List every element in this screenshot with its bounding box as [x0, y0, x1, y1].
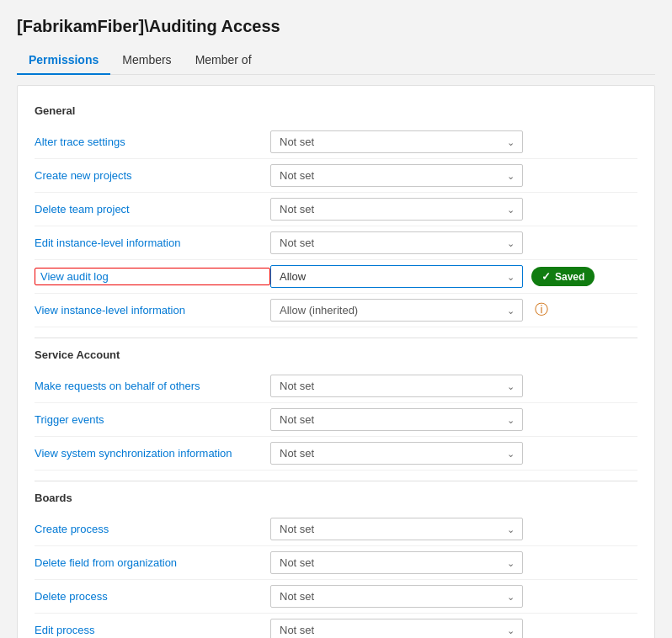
- permission-row: Edit instance-level informationNot setAl…: [35, 226, 637, 260]
- permission-label-delete-process[interactable]: Delete process: [35, 590, 270, 603]
- permission-select-view-audit-log[interactable]: Not setAllowDenyAllow (inherited): [270, 265, 523, 288]
- permission-select-delete-team-project[interactable]: Not setAllowDenyAllow (inherited): [270, 198, 523, 221]
- permission-row: Delete field from organizationNot setAll…: [35, 546, 637, 580]
- permission-label-view-sync-info[interactable]: View system synchronization information: [35, 447, 270, 460]
- page-wrapper: [FabrikamFiber]\Auditing Access Permissi…: [0, 0, 672, 638]
- page-title: [FabrikamFiber]\Auditing Access: [17, 17, 655, 36]
- select-wrapper-create-process: Not setAllowDenyAllow (inherited)⌄: [270, 518, 523, 540]
- permission-row: View system synchronization informationN…: [35, 437, 637, 471]
- tab-permissions[interactable]: Permissions: [17, 46, 110, 75]
- select-wrapper-edit-process: Not setAllowDenyAllow (inherited)⌄: [270, 619, 523, 638]
- permission-label-delete-field-org[interactable]: Delete field from organization: [35, 556, 270, 569]
- select-wrapper-alter-trace: Not setAllowDenyAllow (inherited)⌄: [270, 130, 523, 153]
- permissions-content: GeneralAlter trace settingsNot setAllowD…: [17, 85, 655, 638]
- permission-row: Delete team projectNot setAllowDenyAllow…: [35, 193, 637, 226]
- tab-members[interactable]: Members: [110, 46, 183, 75]
- permission-row: View instance-level informationNot setAl…: [35, 294, 637, 327]
- select-wrapper-view-instance-level: Not setAllowDenyAllow (inherited)⌄: [270, 299, 523, 322]
- permission-select-create-process[interactable]: Not setAllowDenyAllow (inherited): [270, 518, 523, 540]
- permission-row: View audit logNot setAllowDenyAllow (inh…: [35, 260, 637, 294]
- saved-badge: ✓Saved: [531, 267, 595, 286]
- permission-row: Create new projectsNot setAllowDenyAllow…: [35, 159, 637, 193]
- select-wrapper-delete-team-project: Not setAllowDenyAllow (inherited)⌄: [270, 198, 523, 221]
- select-wrapper-delete-field-org: Not setAllowDenyAllow (inherited)⌄: [270, 551, 523, 574]
- section-title-general: General: [35, 104, 637, 117]
- permission-label-create-process[interactable]: Create process: [35, 523, 270, 535]
- permission-label-make-requests[interactable]: Make requests on behalf of others: [35, 380, 270, 392]
- permission-select-delete-process[interactable]: Not setAllowDenyAllow (inherited): [270, 585, 523, 608]
- permission-label-view-audit-log[interactable]: View audit log: [35, 268, 270, 285]
- permission-row: Trigger eventsNot setAllowDenyAllow (inh…: [35, 403, 637, 437]
- tab-bar: Permissions Members Member of: [17, 46, 655, 75]
- permission-label-trigger-events[interactable]: Trigger events: [35, 413, 270, 426]
- permission-select-edit-instance-level[interactable]: Not setAllowDenyAllow (inherited): [270, 231, 523, 254]
- permission-select-make-requests[interactable]: Not setAllowDenyAllow (inherited): [270, 375, 523, 397]
- permission-label-view-instance-level[interactable]: View instance-level information: [35, 304, 270, 316]
- select-wrapper-view-sync-info: Not setAllowDenyAllow (inherited)⌄: [270, 442, 523, 465]
- section-divider: [35, 338, 637, 338]
- permission-label-create-new-projects[interactable]: Create new projects: [35, 169, 270, 182]
- select-wrapper-edit-instance-level: Not setAllowDenyAllow (inherited)⌄: [270, 231, 523, 254]
- section-divider: [35, 481, 637, 481]
- permission-label-delete-team-project[interactable]: Delete team project: [35, 203, 270, 215]
- permission-row: Delete processNot setAllowDenyAllow (inh…: [35, 580, 637, 614]
- section-title-service-account: Service Account: [35, 348, 637, 361]
- permission-select-create-new-projects[interactable]: Not setAllowDenyAllow (inherited): [270, 164, 523, 187]
- permission-select-view-sync-info[interactable]: Not setAllowDenyAllow (inherited): [270, 442, 523, 465]
- select-wrapper-trigger-events: Not setAllowDenyAllow (inherited)⌄: [270, 408, 523, 431]
- row-extras-view-audit-log: ✓Saved: [531, 267, 595, 286]
- permission-row: Create processNot setAllowDenyAllow (inh…: [35, 513, 637, 546]
- saved-label: Saved: [555, 271, 584, 283]
- permission-row: Make requests on behalf of othersNot set…: [35, 370, 637, 403]
- permission-row: Edit processNot setAllowDenyAllow (inher…: [35, 614, 637, 638]
- permission-select-view-instance-level[interactable]: Not setAllowDenyAllow (inherited): [270, 299, 523, 322]
- permission-label-edit-instance-level[interactable]: Edit instance-level information: [35, 237, 270, 249]
- permission-select-trigger-events[interactable]: Not setAllowDenyAllow (inherited): [270, 408, 523, 431]
- permission-row: Alter trace settingsNot setAllowDenyAllo…: [35, 125, 637, 159]
- row-extras-view-instance-level: ⓘ: [531, 301, 548, 319]
- info-icon[interactable]: ⓘ: [535, 301, 548, 319]
- permission-select-edit-process[interactable]: Not setAllowDenyAllow (inherited): [270, 619, 523, 638]
- select-wrapper-make-requests: Not setAllowDenyAllow (inherited)⌄: [270, 375, 523, 397]
- section-title-boards: Boards: [35, 492, 637, 504]
- check-icon: ✓: [541, 270, 551, 283]
- select-wrapper-create-new-projects: Not setAllowDenyAllow (inherited)⌄: [270, 164, 523, 187]
- permission-select-delete-field-org[interactable]: Not setAllowDenyAllow (inherited): [270, 551, 523, 574]
- tab-memberof[interactable]: Member of: [184, 46, 264, 75]
- permission-label-edit-process[interactable]: Edit process: [35, 624, 270, 636]
- permission-select-alter-trace[interactable]: Not setAllowDenyAllow (inherited): [270, 130, 523, 153]
- select-wrapper-delete-process: Not setAllowDenyAllow (inherited)⌄: [270, 585, 523, 608]
- permission-label-alter-trace[interactable]: Alter trace settings: [35, 136, 270, 148]
- select-wrapper-view-audit-log: Not setAllowDenyAllow (inherited)⌄: [270, 265, 523, 288]
